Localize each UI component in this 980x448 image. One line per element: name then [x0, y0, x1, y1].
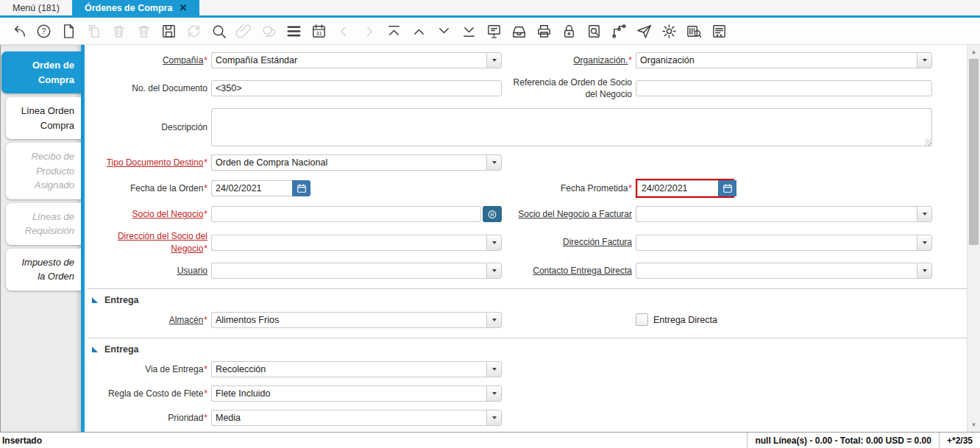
toolbar-preferences-button[interactable]	[660, 22, 678, 40]
scrollbar-thumb[interactable]	[969, 59, 979, 245]
tipo-documento-select[interactable]	[211, 154, 502, 171]
usuario-dropdown-button[interactable]	[486, 263, 502, 279]
usuario-select[interactable]	[211, 263, 502, 279]
referencia-input[interactable]	[636, 80, 932, 96]
almacen-label[interactable]: Almacén*	[169, 314, 207, 326]
socio-facturar-dropdown-button[interactable]	[917, 206, 932, 222]
compania-select[interactable]	[211, 52, 502, 68]
referencia-field[interactable]	[636, 80, 932, 96]
toolbar-find-button[interactable]	[210, 22, 228, 40]
socio-facturar-select[interactable]	[636, 206, 932, 222]
fecha-prometida-field[interactable]	[637, 180, 733, 196]
contacto-entrega-label[interactable]: Contacto Entrega Directa	[533, 265, 632, 277]
tipo-documento-input[interactable]	[211, 154, 486, 171]
prioridad-dropdown-button[interactable]	[486, 410, 502, 426]
fecha-prometida-input[interactable]	[637, 180, 718, 196]
socio-negocio-label[interactable]: Socio del Negocio*	[132, 208, 207, 220]
toolbar-previous-record-button[interactable]	[410, 22, 428, 40]
toolbar-grid-toggle-button[interactable]	[285, 22, 303, 40]
usuario-input[interactable]	[211, 263, 486, 279]
direccion-factura-dropdown-button[interactable]	[917, 235, 932, 251]
scroll-down-icon[interactable]: ▼	[967, 420, 980, 430]
sidebar-tab-linea-orden-compra[interactable]: Línea Orden Compra	[6, 97, 81, 139]
archive-icon	[511, 23, 528, 40]
toolbar-send-mail-button[interactable]	[635, 22, 653, 40]
direccion-socio-select[interactable]	[211, 235, 502, 251]
statusbar: Insertado null Línea(s) - 0.00 - Total: …	[0, 432, 980, 448]
prioridad-input[interactable]	[211, 410, 486, 426]
organizacion-select[interactable]	[636, 52, 932, 68]
chevron-down-icon	[492, 368, 497, 371]
contacto-entrega-select[interactable]	[636, 263, 932, 279]
socio-negocio-input[interactable]	[211, 206, 481, 222]
regla-flete-dropdown-button[interactable]	[486, 385, 502, 402]
via-entrega-dropdown-button[interactable]	[486, 361, 502, 377]
toolbar-calendar-button[interactable]: 31	[310, 22, 328, 40]
regla-flete-input[interactable]	[211, 385, 486, 402]
organizacion-label[interactable]: Organización.*	[573, 54, 632, 66]
toolbar-report-button[interactable]	[485, 22, 503, 40]
toolbar-help-button[interactable]: ?	[35, 22, 53, 40]
direccion-factura-select[interactable]	[636, 235, 932, 251]
descripcion-textarea[interactable]	[211, 108, 932, 146]
compania-label[interactable]: Compañía*	[163, 54, 207, 66]
tipo-documento-label[interactable]: Tipo Documento Destino*	[107, 157, 207, 168]
toolbar-help-notes-button[interactable]	[710, 22, 728, 40]
fecha-orden-input[interactable]	[211, 180, 292, 196]
direccion-socio-dropdown-button[interactable]	[486, 235, 502, 251]
tab-ordenes-de-compra[interactable]: Órdenes de Compra ✕	[72, 0, 199, 15]
fecha-orden-field[interactable]	[211, 180, 307, 196]
toolbar-last-record-button[interactable]	[460, 22, 478, 40]
socio-facturar-label[interactable]: Socio del Negocio a Facturar	[518, 208, 632, 220]
almacen-dropdown-button[interactable]	[486, 312, 502, 328]
scroll-up-icon[interactable]: ▲	[967, 47, 980, 57]
contacto-entrega-dropdown-button[interactable]	[917, 263, 932, 279]
organizacion-dropdown-button[interactable]	[917, 52, 932, 68]
socio-negocio-search-button[interactable]	[483, 206, 502, 222]
socio-facturar-input[interactable]	[636, 206, 917, 222]
entrega-directa-checkbox[interactable]	[636, 313, 648, 326]
toolbar-archive-button[interactable]	[510, 22, 528, 40]
toolbar-product-info-button[interactable]	[685, 22, 703, 40]
fecha-orden-calendar-button[interactable]	[292, 180, 310, 196]
fecha-prometida-label: Fecha Prometida*	[561, 182, 632, 194]
tipo-documento-dropdown-button[interactable]	[486, 154, 502, 171]
vertical-scrollbar[interactable]: ▲ ▼	[967, 45, 980, 433]
direccion-factura-label[interactable]: Dirección Factura	[563, 236, 632, 248]
toolbar-next-record-button[interactable]	[435, 22, 453, 40]
usuario-label[interactable]: Usuario	[177, 265, 207, 277]
almacen-input[interactable]	[211, 312, 486, 328]
direccion-socio-input[interactable]	[211, 235, 486, 251]
via-entrega-input[interactable]	[211, 361, 486, 377]
sidebar-tab-impuesto-de-la-orden[interactable]: Impuesto de la Orden	[6, 249, 81, 291]
no-documento-field[interactable]	[211, 80, 502, 96]
section-entrega-1[interactable]: Entrega	[88, 289, 967, 312]
almacen-select[interactable]	[211, 312, 502, 328]
toolbar-save-button[interactable]	[160, 22, 178, 40]
compania-input[interactable]	[211, 52, 486, 68]
no-documento-label: No. del Documento	[132, 82, 207, 94]
fecha-prometida-calendar-button[interactable]	[718, 180, 736, 196]
toolbar-first-record-button[interactable]	[385, 22, 403, 40]
compania-dropdown-button[interactable]	[486, 52, 502, 68]
direccion-socio-label[interactable]: Dirección del Socio del Negocio*	[88, 230, 207, 254]
tab-menu[interactable]: Menú (181)	[0, 0, 72, 15]
toolbar-undo-button[interactable]	[10, 22, 28, 40]
prioridad-select[interactable]	[211, 410, 502, 426]
section-entrega-2[interactable]: Entrega	[88, 338, 967, 361]
toolbar-zoom-across-button[interactable]	[585, 22, 603, 40]
socio-negocio-field[interactable]	[211, 206, 502, 222]
toolbar-lock-button[interactable]	[560, 22, 578, 40]
toolbar-new-record-button[interactable]	[60, 22, 78, 40]
contacto-entrega-input[interactable]	[636, 263, 917, 279]
toolbar-workflow-button[interactable]	[610, 22, 628, 40]
sidebar-tab-orden-de-compra[interactable]: Orden de Compra	[1, 51, 81, 93]
preferences-icon	[661, 23, 678, 40]
via-entrega-select[interactable]	[211, 361, 502, 377]
direccion-factura-input[interactable]	[636, 235, 917, 251]
no-documento-input[interactable]	[211, 80, 502, 96]
toolbar-print-button[interactable]	[535, 22, 553, 40]
close-icon[interactable]: ✕	[179, 3, 187, 13]
regla-flete-select[interactable]	[211, 385, 502, 402]
organizacion-input[interactable]	[636, 52, 917, 68]
